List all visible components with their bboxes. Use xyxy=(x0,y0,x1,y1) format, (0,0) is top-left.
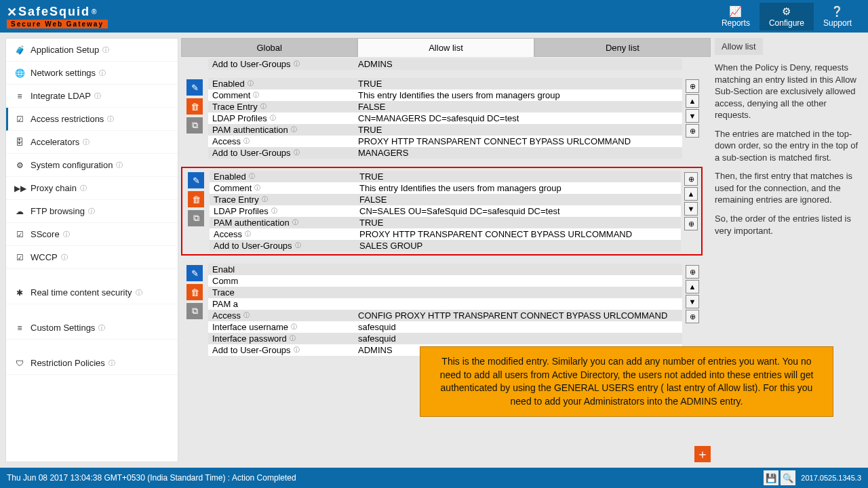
sidebar-item-restriction-policies[interactable]: 🛡Restriction Policiesⓘ xyxy=(6,352,178,375)
move-bottom-button[interactable]: ⊕ xyxy=(686,310,699,323)
move-bottom-button[interactable]: ⊕ xyxy=(684,217,698,230)
field-label: PAM authentication xyxy=(214,218,290,228)
field-value: This entry Identifies the users from man… xyxy=(355,182,681,194)
nav-configure[interactable]: ⚙ Configure xyxy=(760,3,814,30)
forward-icon: ▶▶ xyxy=(14,184,25,193)
sliders-icon: ≡ xyxy=(14,323,25,333)
tab-allow-list[interactable]: Allow list xyxy=(357,38,534,57)
move-up-button[interactable]: ▲ xyxy=(686,94,699,108)
edit-button[interactable]: ✎ xyxy=(186,265,203,281)
sidebar-item-label: System configuration xyxy=(31,160,113,170)
nav-configure-label: Configure xyxy=(769,18,804,28)
annotation-callout: This is the modified entry. Similarly yo… xyxy=(420,346,833,417)
info-icon: ⓘ xyxy=(253,91,259,100)
delete-button[interactable]: 🗑 xyxy=(188,191,204,207)
move-bottom-button[interactable]: ⊕ xyxy=(686,124,699,138)
field-value: This entry Identifies the users from man… xyxy=(354,89,682,101)
info-icon: ⓘ xyxy=(294,346,300,354)
field-label: Comment xyxy=(214,183,252,193)
info-icon: ⓘ xyxy=(83,138,90,147)
info-icon: ⓘ xyxy=(291,323,297,331)
field-value: TRUE xyxy=(354,78,682,89)
field-value: PROXY HTTP TRANSPARENT CONNECT BYPASS UR… xyxy=(355,228,681,240)
edit-button[interactable]: ✎ xyxy=(188,172,204,188)
clone-button[interactable]: ⧉ xyxy=(186,117,203,134)
clone-button[interactable]: ⧉ xyxy=(186,303,203,319)
list-icon: ≡ xyxy=(14,92,25,101)
save-button[interactable]: 💾 xyxy=(764,470,778,485)
sidebar-item-sscore[interactable]: ☑SScoreⓘ xyxy=(6,223,178,246)
sidebar-item-integrate-ldap[interactable]: ≡Integrate LDAPⓘ xyxy=(6,85,178,108)
info-icon: ⓘ xyxy=(136,288,142,298)
help-title: Allow list xyxy=(715,38,763,55)
field-value: TRUE xyxy=(355,171,681,182)
delete-button[interactable]: 🗑 xyxy=(186,98,203,115)
add-entry-button[interactable]: ＋ xyxy=(694,446,711,462)
field-value xyxy=(354,298,682,310)
brand-tagline: Secure Web Gateway xyxy=(7,20,108,28)
move-down-button[interactable]: ▼ xyxy=(686,109,699,123)
info-icon: ⓘ xyxy=(61,253,68,262)
check-icon: ☑ xyxy=(14,230,25,239)
field-value xyxy=(354,264,682,275)
nav-reports-label: Reports xyxy=(722,18,750,28)
sidebar-item-proxy-chain[interactable]: ▶▶Proxy chainⓘ xyxy=(6,177,178,200)
chart-icon: 📈 xyxy=(729,5,742,18)
field-label: Trace Entry xyxy=(214,195,259,205)
tab-deny-list[interactable]: Deny list xyxy=(534,38,711,57)
field-value: TRUE xyxy=(355,217,681,228)
move-top-button[interactable]: ⊕ xyxy=(684,172,698,186)
sidebar-item-label: Real time content security xyxy=(31,287,132,298)
move-top-button[interactable]: ⊕ xyxy=(686,265,699,279)
field-value: PROXY HTTP TRANSPARENT CONNECT BYPASS UR… xyxy=(354,136,682,147)
info-icon: ⓘ xyxy=(294,148,300,157)
sidebar-item-realtime-content-security[interactable]: ✱Real time content securityⓘ xyxy=(6,281,178,304)
help-paragraph: The entries are matched in the top-down … xyxy=(715,128,863,164)
check-icon: ☑ xyxy=(14,115,25,124)
sidebar-item-system-configuration[interactable]: ⚙System configurationⓘ xyxy=(6,154,178,177)
globe-icon: 🌐 xyxy=(14,68,25,78)
sidebar-item-application-setup[interactable]: 🧳Application Setupⓘ xyxy=(6,39,178,62)
sidebar-item-network-settings[interactable]: 🌐Network settingsⓘ xyxy=(6,62,178,85)
info-icon: ⓘ xyxy=(249,172,255,181)
info-icon: ⓘ xyxy=(290,334,296,343)
field-value xyxy=(354,275,682,287)
sidebar-item-custom-settings[interactable]: ≡Custom Settingsⓘ xyxy=(6,317,178,340)
entry-row-highlighted: ✎ 🗑 ⧉ EnabledⓘTRUE CommentⓘThis entry Id… xyxy=(181,167,703,256)
field-value: TRUE xyxy=(354,124,682,136)
move-top-button[interactable]: ⊕ xyxy=(686,79,699,93)
briefcase-icon: 🧳 xyxy=(14,45,25,55)
check-icon: ☑ xyxy=(14,253,25,262)
tab-global[interactable]: Global xyxy=(181,38,357,57)
cloud-icon: ☁ xyxy=(14,207,25,216)
field-label: LDAP Profiles xyxy=(212,113,267,123)
info-icon: ⓘ xyxy=(271,207,277,216)
stack-icon: 🗄 xyxy=(14,138,25,147)
field-value: SALES GROUP xyxy=(355,240,681,251)
sidebar-item-access-restrictions[interactable]: ☑Access restrictionsⓘ xyxy=(6,108,178,131)
nav-reports[interactable]: 📈 Reports xyxy=(712,3,760,30)
app-header: ✕ SafeSquid ® Secure Web Gateway 📈 Repor… xyxy=(0,0,868,33)
sidebar-item-wccp[interactable]: ☑WCCPⓘ xyxy=(6,246,178,269)
asterisk-icon: ✱ xyxy=(14,288,25,298)
move-down-button[interactable]: ▼ xyxy=(686,295,699,308)
sidebar-item-accelerators[interactable]: 🗄Acceleratorsⓘ xyxy=(6,131,178,154)
move-down-button[interactable]: ▼ xyxy=(684,202,698,216)
help-paragraph: When the Policy is Deny, requests matchi… xyxy=(715,62,863,121)
clone-button[interactable]: ⧉ xyxy=(188,210,204,226)
sidebar-item-ftp-browsing[interactable]: ☁FTP browsingⓘ xyxy=(6,200,178,223)
move-up-button[interactable]: ▲ xyxy=(684,187,698,201)
edit-button[interactable]: ✎ xyxy=(186,79,203,96)
search-button[interactable]: 🔍 xyxy=(781,470,795,485)
tab-bar: Global Allow list Deny list xyxy=(181,38,711,57)
delete-button[interactable]: 🗑 xyxy=(186,284,203,300)
help-paragraph: So, the order of the entries listed is v… xyxy=(715,213,863,237)
nav-support[interactable]: ❔ Support xyxy=(814,3,861,30)
field-value: CN=SALES OU=SafeSquid DC=safesquid DC=te… xyxy=(355,205,681,217)
field-label: PAM authentication xyxy=(212,125,288,135)
field-label: Enabled xyxy=(214,171,246,182)
field-label: Enabl xyxy=(212,264,235,274)
brand-logo: ✕ SafeSquid ® Secure Web Gateway xyxy=(7,5,108,28)
info-icon: ⓘ xyxy=(94,92,101,101)
move-up-button[interactable]: ▲ xyxy=(686,280,699,293)
